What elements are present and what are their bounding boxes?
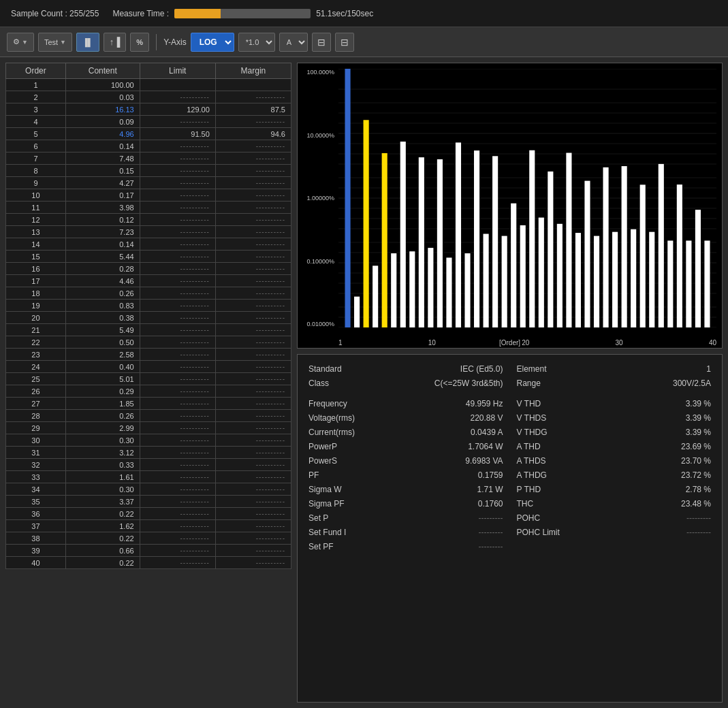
cell-margin: ---------- bbox=[215, 483, 291, 496]
table-row: 232.58-------------------- bbox=[6, 349, 291, 361]
cell-limit: ---------- bbox=[140, 557, 215, 569]
cell-content: 0.17 bbox=[65, 189, 140, 202]
table-row: 155.44-------------------- bbox=[6, 251, 291, 263]
cell-order: 35 bbox=[6, 496, 66, 508]
cell-margin: ---------- bbox=[215, 349, 291, 361]
cell-content: 0.26 bbox=[65, 287, 140, 300]
cell-content: 4.27 bbox=[65, 177, 140, 189]
pthd-row: P THD 2.78 % bbox=[517, 483, 712, 496]
standard-label: Standard bbox=[308, 364, 370, 374]
cell-order: 27 bbox=[6, 398, 66, 410]
class-row: Class C(<=25W 3rd&5th) bbox=[308, 377, 503, 389]
pthd-label: P THD bbox=[517, 485, 578, 494]
cell-content: 100.00 bbox=[65, 79, 140, 91]
element-label: Element bbox=[517, 364, 578, 374]
table-row: 140.14-------------------- bbox=[6, 238, 291, 251]
cell-margin: ---------- bbox=[215, 91, 291, 103]
percent-button[interactable]: % bbox=[130, 33, 149, 52]
cell-limit: ---------- bbox=[140, 410, 215, 422]
top-bar: Sample Count : 255/255 Measure Time : 51… bbox=[0, 0, 728, 27]
data-table: Order Content Limit Margin 1100.0020.03-… bbox=[5, 63, 291, 569]
collapse-button[interactable]: ⊟ bbox=[335, 33, 354, 52]
cell-margin: ---------- bbox=[215, 140, 291, 152]
x-label-20: 20 bbox=[522, 339, 529, 347]
gear-dropdown-arrow: ▼ bbox=[22, 39, 28, 46]
gear-button[interactable]: ⚙ ▼ bbox=[7, 33, 34, 52]
cell-content: 0.22 bbox=[65, 557, 140, 569]
table-row: 160.28-------------------- bbox=[6, 263, 291, 275]
cell-content: 3.12 bbox=[65, 447, 140, 459]
expand-button[interactable]: ⊟ bbox=[312, 33, 331, 52]
channel-select[interactable]: A B bbox=[279, 33, 308, 52]
cell-margin: ---------- bbox=[215, 508, 291, 520]
current-label: Current(rms) bbox=[308, 428, 370, 437]
standard-value: IEC (Ed5.0) bbox=[460, 364, 503, 374]
cell-limit: ---------- bbox=[140, 483, 215, 496]
cell-limit: ---------- bbox=[140, 189, 215, 202]
cell-limit: ---------- bbox=[140, 398, 215, 410]
cell-limit: ---------- bbox=[140, 226, 215, 238]
cell-margin: ---------- bbox=[215, 422, 291, 434]
bar-canvas bbox=[338, 69, 716, 327]
cell-limit: ---------- bbox=[140, 251, 215, 263]
chart-y-labels: 100.000% 10.0000% 1.00000% 0.10000% 0.01… bbox=[298, 69, 337, 327]
cell-margin: ---------- bbox=[215, 532, 291, 545]
pohc-limit-row: POHC Limit --------- bbox=[517, 526, 712, 538]
powerS-value: 9.6983 VA bbox=[465, 456, 503, 466]
cell-margin: ---------- bbox=[215, 496, 291, 508]
cell-margin: ---------- bbox=[215, 226, 291, 238]
athd-value: 23.69 % bbox=[681, 442, 711, 451]
table-row: 120.12-------------------- bbox=[6, 214, 291, 226]
log-select[interactable]: LOG LIN bbox=[191, 33, 234, 52]
cell-limit: ---------- bbox=[140, 116, 215, 128]
cell-order: 23 bbox=[6, 349, 66, 361]
cell-order: 3 bbox=[6, 103, 66, 116]
powerP-value: 1.7064 W bbox=[468, 442, 503, 451]
cell-content: 2.58 bbox=[65, 349, 140, 361]
cell-content: 0.03 bbox=[65, 91, 140, 103]
vthdg-row: V THDG 3.39 % bbox=[517, 426, 712, 438]
table-row: 371.62-------------------- bbox=[6, 520, 291, 532]
cell-order: 32 bbox=[6, 459, 66, 471]
cell-order: 28 bbox=[6, 410, 66, 422]
cell-order: 9 bbox=[6, 177, 66, 189]
cell-content: 1.62 bbox=[65, 520, 140, 532]
setFundI-value: --------- bbox=[479, 528, 503, 537]
cell-margin: ---------- bbox=[215, 520, 291, 532]
table-row: 190.83-------------------- bbox=[6, 300, 291, 312]
x-label-1: 1 bbox=[338, 339, 343, 347]
test-button[interactable]: Test ▼ bbox=[38, 33, 72, 52]
bar-chart-button[interactable]: ▐▌ bbox=[76, 33, 99, 52]
chart-x-title: [Order] bbox=[499, 339, 520, 347]
cell-margin: ---------- bbox=[215, 336, 291, 349]
setP-label: Set P bbox=[308, 513, 370, 523]
cell-content: 2.99 bbox=[65, 422, 140, 434]
table-row: 20.03-------------------- bbox=[6, 91, 291, 103]
cell-limit: ---------- bbox=[140, 349, 215, 361]
cell-content: 3.98 bbox=[65, 202, 140, 214]
sigmaPF-label: Sigma PF bbox=[308, 499, 370, 509]
cell-limit: ---------- bbox=[140, 471, 215, 483]
setPF-label: Set PF bbox=[308, 542, 370, 551]
scale-select[interactable]: *1.0 *2.0 bbox=[238, 33, 275, 52]
bar-chart2-button[interactable]: ↑▐ bbox=[104, 33, 127, 52]
cell-limit: ---------- bbox=[140, 177, 215, 189]
class-label: Class bbox=[308, 379, 370, 388]
vthd-value: 3.39 % bbox=[686, 399, 711, 408]
table-row: 320.33-------------------- bbox=[6, 459, 291, 471]
pf-value: 0.1759 bbox=[478, 470, 503, 480]
sigmaW-label: Sigma W bbox=[308, 485, 370, 494]
athdg-row: A THDG 23.72 % bbox=[517, 469, 712, 481]
cell-margin: 87.5 bbox=[215, 103, 291, 116]
vthdg-value: 3.39 % bbox=[686, 428, 711, 437]
cell-margin: ---------- bbox=[215, 410, 291, 422]
sample-count: Sample Count : 255/255 bbox=[11, 9, 99, 18]
cell-content: 0.09 bbox=[65, 116, 140, 128]
cell-order: 4 bbox=[6, 116, 66, 128]
cell-limit: ---------- bbox=[140, 287, 215, 300]
range-row: Range 300V/2.5A bbox=[517, 377, 712, 389]
vthd-label: V THD bbox=[517, 399, 578, 408]
cell-content: 5.44 bbox=[65, 251, 140, 263]
cell-limit: ---------- bbox=[140, 422, 215, 434]
cell-order: 25 bbox=[6, 373, 66, 385]
